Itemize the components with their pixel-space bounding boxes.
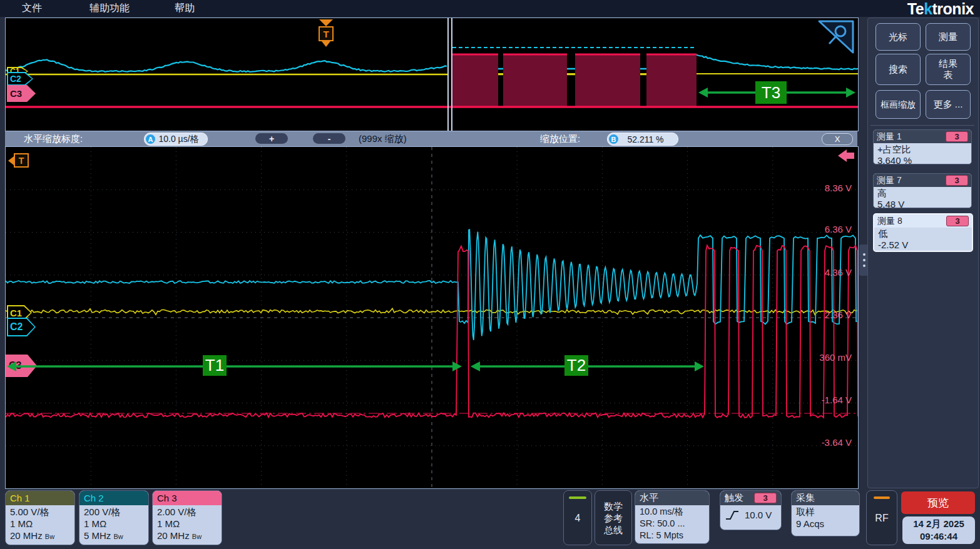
trigger-position-marker[interactable]: T [317, 19, 335, 47]
source-channel-badge: 3 [946, 216, 969, 226]
trigger-level-arrow-icon [838, 149, 854, 162]
voltage-label: 360 mV [795, 352, 852, 363]
ch-scale: 5.00 V/格 [10, 506, 70, 518]
acquisition-badge[interactable]: 采集 取样 9 Acqs [791, 490, 860, 536]
ch-impedance: 1 MΩ [157, 518, 217, 530]
acq-count: 9 Acqs [796, 518, 855, 530]
rf-color-line [874, 496, 890, 499]
zoom-out-button[interactable]: - [313, 133, 345, 144]
sample-rate: SR: 50.0 ... [640, 518, 705, 530]
menu-help[interactable]: 帮助 [175, 2, 195, 15]
voltage-label: -1.64 V [795, 395, 852, 405]
measurement-card-1[interactable]: 测量 1 3 +占空比3.640 % [873, 129, 972, 164]
measurement-value: 5.48 V [877, 199, 967, 208]
menu-utility[interactable]: 辅助功能 [89, 2, 130, 15]
right-sidebar: 光标 测量 搜索 结果 表 框画缩放 更多 ... 测量 1 3 +占空比3.6… [867, 18, 979, 488]
ch-bandwidth: 20 MHz Bw [157, 530, 217, 543]
zoom-scale-label: 水平缩放标度: [24, 133, 83, 145]
trigger-arrow-small-icon [322, 41, 330, 47]
rf-button[interactable]: RF [866, 490, 897, 545]
search-button[interactable]: 搜索 [875, 54, 921, 85]
channel4-button[interactable]: 4 [563, 490, 592, 545]
channel1-badge[interactable]: Ch 1 5.00 V/格 1 MΩ 20 MHz Bw [5, 490, 75, 545]
annotation-t2[interactable]: T2 [564, 355, 588, 376]
main-trigger-tag[interactable]: T [8, 153, 29, 168]
measurement-name: +占空比 [877, 144, 967, 155]
zoom-position-label: 缩放位置: [540, 133, 580, 145]
acq-mode: 取样 [796, 506, 855, 518]
measurement-name: 高 [877, 188, 967, 199]
overview-waveforms [6, 18, 858, 131]
time: 09:46:44 [920, 530, 957, 543]
measurement-name: 低 [878, 228, 968, 239]
trigger-source-badge: 3 [754, 493, 777, 503]
voltage-label: 2.36 V [795, 310, 852, 320]
tektronix-logo: Tektronix [907, 0, 974, 18]
main-waveform-display[interactable]: T C1 C2 C3 8.36 V 6.36 V 4.36 V 2.36 V 3… [5, 146, 859, 489]
cursor-button[interactable]: 光标 [875, 23, 921, 51]
menu-file[interactable]: 文件 [22, 2, 42, 15]
measurement-card-8[interactable]: 测量 8 3 低-2.52 V [873, 213, 973, 252]
trigger-level: 10.0 V [745, 509, 772, 521]
zoom-position-value[interactable]: B 52.211 % [607, 133, 678, 146]
menu-bar: 文件 辅助功能 帮助 [0, 0, 980, 17]
knob-b-icon: B [609, 134, 618, 144]
record-length: RL: 5 Mpts [640, 530, 705, 541]
trigger-arrow-icon [319, 19, 333, 26]
measurement-value: -2.52 V [878, 239, 968, 251]
voltage-label: 8.36 V [795, 183, 852, 193]
voltage-label: 4.36 V [795, 267, 852, 278]
ch-scale: 2.00 V/格 [157, 506, 217, 518]
channel3-badge[interactable]: Ch 3 2.00 V/格 1 MΩ 20 MHz Bw [152, 490, 222, 545]
preview-status-badge: 预览 [901, 491, 975, 514]
zoom-toolbar: 水平缩放标度: A 10.0 µs/格 + - (999x 缩放) 缩放位置: … [5, 131, 857, 146]
annotation-t1[interactable]: T1 [203, 355, 227, 376]
main-ch2-tag[interactable]: C2 [7, 318, 36, 336]
annotation-t3[interactable]: T3 [755, 81, 787, 104]
source-channel-badge: 3 [946, 175, 968, 186]
overview-ch2-tag[interactable]: C2 [7, 72, 33, 86]
channel2-badge[interactable]: Ch 2 200 V/格 1 MΩ 5 MHz Bw [79, 490, 149, 545]
trigger-t-label: T [319, 26, 334, 41]
horizontal-scale: 10.0 ms/格 [640, 506, 705, 518]
ch4-color-line [569, 496, 586, 499]
trigger-tail-icon [8, 156, 14, 165]
ch-bandwidth: 5 MHz Bw [84, 530, 144, 543]
rising-edge-icon [725, 510, 740, 521]
ch-impedance: 1 MΩ [10, 518, 70, 530]
main-waveforms [6, 147, 858, 488]
more-button[interactable]: 更多 ... [926, 90, 971, 119]
measurement-card-7[interactable]: 测量 7 3 高5.48 V [873, 173, 972, 208]
zoom-overview-display[interactable]: C1 C2 C3 T T3 [5, 18, 859, 131]
trigger-badge[interactable]: 触发 3 10.0 V [720, 490, 782, 530]
measurement-value: 3.640 % [877, 155, 967, 164]
sidebar-divider [870, 125, 974, 126]
date: 14 2月 2025 [913, 518, 964, 530]
ch-scale: 200 V/格 [84, 506, 144, 518]
voltage-label: -3.64 V [795, 437, 852, 448]
voltage-label: 6.36 V [795, 224, 852, 234]
source-channel-badge: 3 [946, 131, 968, 142]
main-ch3-tag[interactable]: C3 [6, 355, 37, 377]
knob-a-icon: A [146, 134, 155, 144]
draw-zoom-button[interactable]: 框画缩放 [875, 90, 921, 119]
zoom-scale-value[interactable]: A 10.0 µs/格 [144, 133, 208, 146]
zoom-in-button[interactable]: + [255, 133, 288, 144]
zoom-factor-label: (999x 缩放) [359, 133, 407, 145]
results-table-button[interactable]: 结果 表 [926, 54, 971, 85]
zoom-close-button[interactable]: X [822, 133, 853, 145]
horizontal-badge[interactable]: 水平 10.0 ms/格 SR: 50.0 ... RL: 5 Mpts [635, 490, 710, 544]
measure-button[interactable]: 测量 [926, 23, 971, 51]
ch-impedance: 1 MΩ [84, 518, 144, 530]
overview-ch3-tag[interactable]: C3 [7, 85, 36, 102]
datetime-display[interactable]: 14 2月 2025 09:46:44 [902, 516, 975, 544]
math-ref-bus-button[interactable]: 数学 参考 总线 [595, 490, 632, 545]
ch-bandwidth: 20 MHz Bw [10, 530, 70, 543]
